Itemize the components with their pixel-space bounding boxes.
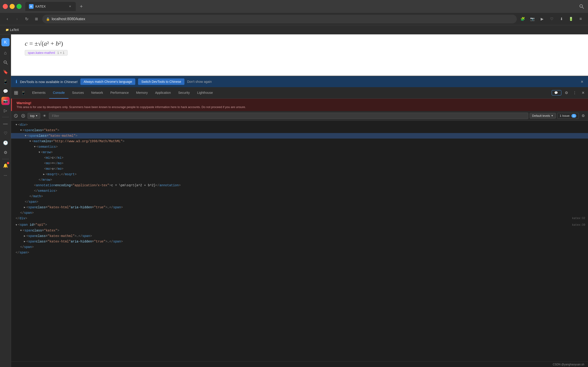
code-line-1: ▼<div> [11,122,588,127]
code-line-18: </div> katex:32 [11,216,588,221]
sidebar-icon-1[interactable]: K [1,38,10,46]
bookmark-item-latex[interactable]: 📁 LaTeX [4,27,21,33]
sidebar-icon-instagram[interactable]: 📷 [1,97,10,105]
sidebar-icon-settings[interactable]: ⚙ [1,148,10,157]
tab-close-icon[interactable]: ✕ [68,4,72,8]
bookmark-bar: 📁 LaTeX [0,25,588,34]
code-line-10: ▶<msqrt>…</msqrt> [11,172,588,177]
code-line-22: ▶<span class="katex-html" aria-hidden="t… [11,239,588,244]
tab-elements[interactable]: Elements [28,87,49,99]
traffic-light-yellow[interactable] [10,4,15,9]
code-area[interactable]: ▼<div> ▼<span class="katex"> ▼<span clas… [11,121,588,361]
bookmark-folder-icon: 📁 [6,28,9,31]
switch-language-button[interactable]: Switch DevTools to Chinese [138,78,184,85]
sidebar-icon-4[interactable]: 📱 [1,77,10,86]
tab-sources[interactable]: Sources [69,87,87,99]
sidebar-icon-3[interactable]: 🔖 [1,68,10,76]
code-line-20: ▼<span class="katex"> [11,228,588,233]
devtools-tab-inspector[interactable] [13,90,19,96]
status-bar: CSDN @yanghaoyuan.sh [11,361,588,367]
svg-rect-5 [16,91,18,93]
battery-icon[interactable]: 🔋 [567,15,575,23]
element-size: 1 × 1 [57,51,65,55]
svg-rect-7 [16,93,18,94]
code-line-2: ▼<span class="katex"> [11,127,588,133]
extensions-icon[interactable]: 🧩 [519,15,527,23]
svg-point-0 [580,5,582,7]
more-options-icon[interactable]: ⋮ [571,90,578,96]
level-selector[interactable]: Default levels ▼ [530,113,556,119]
menu-icon[interactable]: ≡ [577,15,584,23]
traffic-lights [3,4,22,9]
lock-icon: 🔒 [46,17,50,21]
issue-label: 1 Issue: [560,114,570,117]
filter-input[interactable] [49,113,528,119]
chat-icon: 💬 [554,91,558,94]
tab-memory[interactable]: Memory [132,87,152,99]
warning-text: This area is for use by developers only.… [17,105,583,109]
nav-bar: ‹ › ↻ ⊞ 🔒 localhost:8080/katex 🧩 📷 ▶ ♡ ⬇… [0,13,588,25]
grid-button[interactable]: ⊞ [33,15,40,23]
devtools-tab-device[interactable]: 📱 [20,90,27,96]
dismiss-button[interactable]: Don't show again [187,80,212,83]
tab-application[interactable]: Application [151,87,174,99]
traffic-light-red[interactable] [3,4,8,9]
code-line-9: <mo>±</mo> [11,166,588,172]
tab-security[interactable]: Security [174,87,194,99]
address-bar[interactable]: 🔒 localhost:8080/katex [42,15,517,23]
console-filter-toggle[interactable] [20,113,26,119]
tab-title: KATEX [35,5,46,8]
title-bar: K KATEX ✕ + [0,0,588,13]
svg-line-9 [15,115,17,117]
context-value: top [30,114,35,118]
tab-network[interactable]: Network [87,87,107,99]
issue-badge-inner: 1 [571,114,576,118]
svg-rect-6 [15,93,16,94]
sidebar-icon-dots[interactable]: ··· [1,171,10,179]
camera-icon[interactable]: 📷 [529,15,536,23]
sidebar-icon-history[interactable]: 🕐 [1,139,10,147]
issue-badge[interactable]: 💬 [552,90,561,95]
sidebar-icon-home[interactable]: ⌂ [1,49,10,57]
close-devtools-icon[interactable]: ✕ [580,90,586,96]
info-close-icon[interactable]: × [581,79,583,84]
back-button[interactable]: ‹ [4,15,11,23]
sidebar-icon-nav[interactable]: ▷ [1,106,10,115]
code-line-13: </semantics> [11,188,588,194]
new-tab-button[interactable]: + [78,3,85,10]
forward-button[interactable]: › [13,15,21,23]
settings-icon[interactable]: ⚙ [563,90,570,96]
tab-performance[interactable]: Performance [107,87,132,99]
info-message: DevTools is now available in Chinese! [20,80,78,84]
devtools-info-bar: ℹ DevTools is now available in Chinese! … [11,76,588,87]
match-language-button[interactable]: Always match Chrome's language [80,78,135,85]
sidebar-icon-notifications[interactable]: 🔔 [1,161,10,170]
svg-line-3 [6,63,7,64]
title-search-icon[interactable] [578,3,585,10]
code-line-3-highlighted: ▼<span class="katex-mathml"> [11,133,588,139]
sidebar-icon-heart[interactable]: ♡ [1,129,10,137]
traffic-light-green[interactable] [17,4,22,9]
download-icon[interactable]: ⬇ [558,15,565,23]
context-selector[interactable]: top ▼ [27,113,40,119]
sidebar-icon-minus[interactable]: — [1,119,10,128]
sidebar-icon-messenger[interactable]: 💬 [1,87,10,95]
browser-tab-active[interactable]: K KATEX ✕ [25,2,76,11]
devtools-tab-actions: 💬 ⚙ ⋮ ✕ [552,90,586,96]
bookmark-label: LaTeX [10,28,19,32]
sidebar-icon-search[interactable] [1,58,10,67]
code-line-24: </span> [11,250,588,255]
settings-gear-icon[interactable]: ⚙ [580,113,586,119]
tab-console[interactable]: Console [49,87,68,99]
line-ref-katex39: katex:39 [572,223,585,227]
issue-count-badge[interactable]: 1 Issue: 1 [557,113,579,119]
code-line-14: </math> [11,194,588,199]
level-chevron-icon: ▼ [551,115,553,117]
favorite-icon[interactable]: ♡ [548,15,555,23]
console-toolbar: top ▼ 👁 Default levels ▼ 1 Issue: 1 ⚙ [11,111,588,121]
play-icon[interactable]: ▶ [538,15,546,23]
eye-icon[interactable]: 👁 [42,113,48,119]
console-clear-button[interactable] [13,113,19,119]
tab-lighthouse[interactable]: Lighthouse [193,87,216,99]
refresh-button[interactable]: ↻ [23,15,30,23]
